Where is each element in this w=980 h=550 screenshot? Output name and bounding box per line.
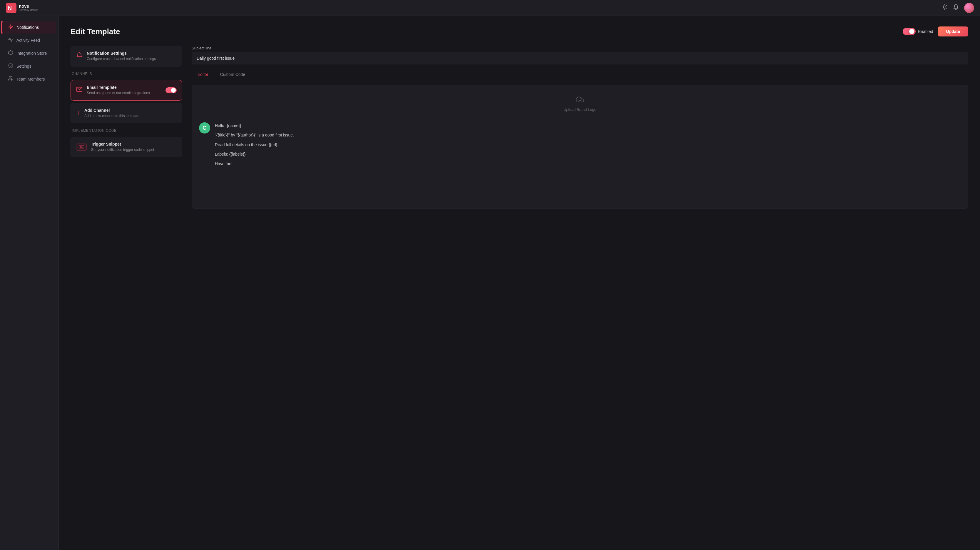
tab-editor[interactable]: Editor xyxy=(192,69,214,80)
sidebar-team-label: Team Members xyxy=(16,77,45,81)
subject-field-label: Subject line xyxy=(192,46,968,50)
left-panel: Notification Settings Configure cross-ch… xyxy=(70,46,182,157)
sidebar-item-settings[interactable]: Settings xyxy=(2,60,56,72)
upload-brand-logo-label: Upload Brand Logo xyxy=(563,107,597,112)
email-toggle-thumb xyxy=(171,88,176,92)
svg-line-10 xyxy=(946,5,947,6)
header-actions: Enabled Update xyxy=(903,27,968,37)
notification-settings-text: Notification Settings Configure cross-ch… xyxy=(87,51,156,62)
add-channel-inner: + Add Channel Add a new channel to this … xyxy=(76,108,177,118)
avatar[interactable] xyxy=(964,3,974,13)
gear-icon xyxy=(8,63,14,69)
layout: Notifications Activity Feed Integration … xyxy=(0,16,980,550)
trigger-snippet-desc: Get your notification trigger code snipp… xyxy=(91,147,154,152)
sidebar-notifications-label: Notifications xyxy=(16,25,39,30)
notification-settings-title: Notification Settings xyxy=(87,51,156,56)
upload-icon xyxy=(576,96,584,105)
topbar-actions xyxy=(942,3,974,13)
email-greeting: Hello {{name}} xyxy=(215,122,294,129)
app-subtitle: Formerly Hotline xyxy=(19,9,38,12)
editor-area: Upload Brand Logo G Hello {{name}} "{{ti… xyxy=(192,85,968,209)
add-channel-title: Add Channel xyxy=(84,108,139,113)
main-content: Edit Template Enabled Update xyxy=(59,16,980,550)
add-channel-text: Add Channel Add a new channel to this te… xyxy=(84,108,139,118)
sidebar: Notifications Activity Feed Integration … xyxy=(0,16,59,550)
email-line-2: Read full details on the issue {{url}} xyxy=(215,142,294,148)
hexagon-icon xyxy=(8,50,14,56)
trigger-snippet-icon xyxy=(76,143,87,151)
upload-brand-logo-zone[interactable]: Upload Brand Logo xyxy=(192,85,968,118)
trigger-snippet-title: Trigger Snippet xyxy=(91,142,154,147)
email-body: Hello {{name}} "{{title}}" by "{{author}… xyxy=(215,122,294,167)
email-template-text: Email Template Send using one of our ema… xyxy=(87,85,150,96)
svg-point-2 xyxy=(943,6,946,8)
activity-icon xyxy=(8,37,14,43)
add-channel-desc: Add a new channel to this template xyxy=(84,113,139,118)
sidebar-settings-label: Settings xyxy=(16,64,32,69)
svg-point-13 xyxy=(10,65,11,67)
logo: N novu Formerly Hotline xyxy=(6,3,38,13)
trigger-snippet-inner: Trigger Snippet Get your notification tr… xyxy=(76,142,177,152)
sun-icon xyxy=(942,4,948,11)
app-name: novu xyxy=(19,4,38,9)
bolt-icon xyxy=(8,24,14,30)
right-panel: Subject line Editor Custom Code xyxy=(192,46,968,209)
content-grid: Notification Settings Configure cross-ch… xyxy=(70,46,968,209)
bell-settings-icon xyxy=(76,52,83,60)
email-line-4: Have fun! xyxy=(215,161,294,167)
email-template-desc: Send using one of our email integrations xyxy=(87,91,150,96)
notification-settings-desc: Configure cross-channel notification set… xyxy=(87,56,156,62)
svg-line-6 xyxy=(946,8,947,9)
email-template-inner: Email Template Send using one of our ema… xyxy=(76,85,177,96)
tab-custom-code[interactable]: Custom Code xyxy=(214,69,251,80)
add-channel-card[interactable]: + Add Channel Add a new channel to this … xyxy=(70,103,182,124)
theme-toggle-button[interactable] xyxy=(942,4,948,11)
sidebar-activity-label: Activity Feed xyxy=(16,38,40,43)
update-button[interactable]: Update xyxy=(938,27,968,37)
plus-icon: + xyxy=(76,109,80,117)
team-icon xyxy=(8,76,14,82)
email-template-toggle[interactable] xyxy=(165,88,177,93)
svg-rect-16 xyxy=(79,145,84,149)
notification-settings-card[interactable]: Notification Settings Configure cross-ch… xyxy=(70,46,182,67)
trigger-snippet-text: Trigger Snippet Get your notification tr… xyxy=(91,142,154,152)
avatar-image xyxy=(964,3,974,13)
trigger-snippet-card[interactable]: Trigger Snippet Get your notification tr… xyxy=(70,137,182,157)
sidebar-item-team-members[interactable]: Team Members xyxy=(2,73,56,85)
email-toggle-wrapper xyxy=(165,88,177,93)
implementation-label: Implementation Code xyxy=(72,129,182,132)
svg-point-14 xyxy=(9,77,11,78)
svg-text:N: N xyxy=(8,5,12,11)
subject-field-wrapper: Subject line xyxy=(192,46,968,64)
sidebar-integration-label: Integration Store xyxy=(16,51,47,56)
email-preview: G Hello {{name}} "{{title}}" by "{{autho… xyxy=(192,118,968,177)
sidebar-item-integration-store[interactable]: Integration Store xyxy=(2,47,56,59)
editor-tabs: Editor Custom Code xyxy=(192,69,968,80)
sidebar-item-notifications[interactable]: Notifications xyxy=(2,21,56,33)
svg-marker-11 xyxy=(8,25,13,29)
svg-marker-12 xyxy=(8,51,13,55)
notifications-bell-button[interactable] xyxy=(953,4,959,11)
topbar: N novu Formerly Hotline xyxy=(0,0,980,16)
page-title: Edit Template xyxy=(70,27,120,36)
sidebar-item-activity-feed[interactable]: Activity Feed xyxy=(2,34,56,46)
email-line-3: Labels: {{labels}} xyxy=(215,151,294,157)
channels-label: Channels xyxy=(72,72,182,76)
email-template-title: Email Template xyxy=(87,85,150,90)
enabled-toggle[interactable] xyxy=(903,28,916,35)
enabled-label: Enabled xyxy=(918,29,933,34)
bell-icon xyxy=(953,4,959,11)
email-line-1: "{{title}}" by "{{author}}" is a good fi… xyxy=(215,132,294,138)
subject-input[interactable] xyxy=(192,52,968,64)
page-header: Edit Template Enabled Update xyxy=(70,27,968,37)
notification-settings-inner: Notification Settings Configure cross-ch… xyxy=(76,51,177,62)
gravatar-avatar: G xyxy=(199,122,210,134)
email-template-card[interactable]: Email Template Send using one of our ema… xyxy=(70,80,182,100)
enabled-toggle-wrapper: Enabled xyxy=(903,28,933,35)
email-icon xyxy=(76,86,83,94)
